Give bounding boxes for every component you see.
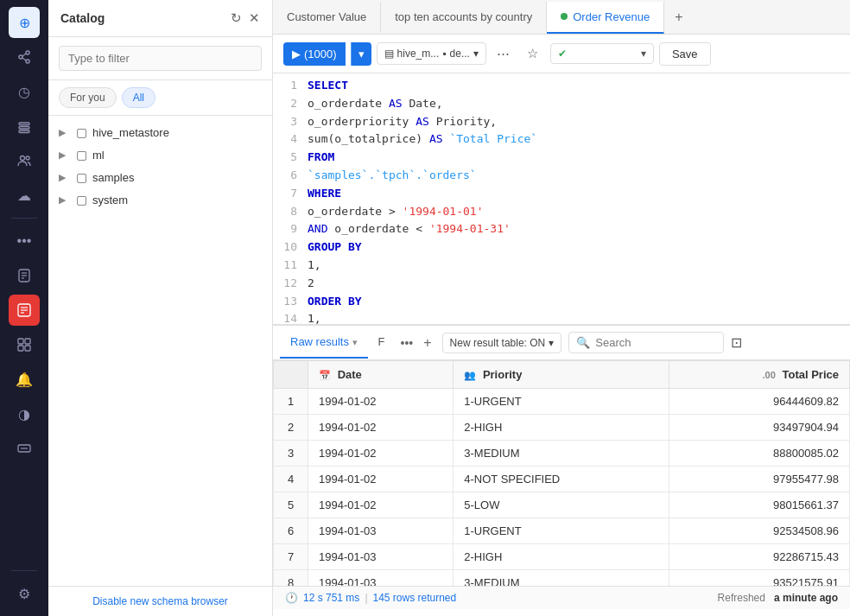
- run-icon: ▶: [292, 48, 301, 60]
- home-icon[interactable]: ⊕: [9, 7, 40, 38]
- code-line-6: 6 `samples`.`tpch`.`orders`: [273, 167, 850, 185]
- code-line-9: 9 AND o_orderdate < '1994-01-31': [273, 220, 850, 238]
- code-editor[interactable]: 1SELECT 2 o_orderdate AS Date, 3 o_order…: [273, 73, 850, 324]
- col-header-priority[interactable]: 👥 Priority: [454, 361, 669, 389]
- filter-input[interactable]: [59, 46, 262, 71]
- tab-order-revenue[interactable]: Order Revenue: [547, 2, 664, 34]
- results-tab-f[interactable]: F: [368, 327, 396, 359]
- settings-icon[interactable]: ⚙: [9, 578, 40, 609]
- tab-all[interactable]: All: [122, 87, 155, 108]
- run-dropdown-button[interactable]: ▾: [351, 42, 371, 66]
- tab-customer-value[interactable]: Customer Value: [273, 2, 381, 32]
- cell-priority: 2-HIGH: [454, 544, 669, 570]
- row-num-cell: 3: [274, 441, 308, 467]
- tree-item-system[interactable]: ▶ ▢ system: [48, 188, 272, 211]
- cloud-icon[interactable]: ☁: [9, 180, 40, 211]
- status-ok-icon: ✔: [558, 48, 567, 60]
- row-num-cell: 6: [274, 518, 308, 544]
- results-search-input[interactable]: [595, 336, 707, 349]
- code-line-13: 13ORDER BY: [273, 293, 850, 311]
- code-line-3: 3 o_orderpriority AS Priority,: [273, 113, 850, 131]
- tab-top-ten-accounts[interactable]: top ten accounts by country: [381, 2, 547, 32]
- tree-item-ml[interactable]: ▶ ▢ ml: [48, 143, 272, 166]
- status-selector[interactable]: ✔ ▾: [550, 43, 654, 64]
- dashboard-icon[interactable]: [9, 329, 40, 360]
- chevron-right-icon: ▶: [59, 127, 71, 138]
- refresh-icon[interactable]: ↻: [231, 10, 242, 26]
- new-result-label: New result table: ON: [450, 337, 546, 349]
- table-row: 8 1994-01-03 3-MEDIUM 93521575.91: [274, 570, 850, 587]
- bookmark-icon[interactable]: ☆: [521, 41, 545, 66]
- alert-icon[interactable]: 🔔: [9, 364, 40, 395]
- code-line-11: 11 1,: [273, 257, 850, 275]
- svg-line-4: [22, 58, 26, 60]
- status-time: 12 s 751 ms: [303, 592, 359, 604]
- tree-item-label: system: [92, 194, 128, 206]
- add-tab-button[interactable]: +: [664, 3, 693, 32]
- sidebar-filter: [48, 37, 272, 80]
- graph-icon[interactable]: [9, 41, 40, 73]
- cell-date: 1994-01-03: [308, 570, 454, 587]
- tree-item-samples[interactable]: ▶ ▢ samples: [48, 166, 272, 188]
- main-content: Customer Value top ten accounts by count…: [273, 0, 850, 616]
- results-search-box: 🔍: [568, 332, 724, 353]
- results-area: Raw results ▾ F ••• + New result table: …: [273, 324, 850, 609]
- more-tabs-icon[interactable]: •••: [396, 329, 419, 357]
- code-line-10: 10GROUP BY: [273, 238, 850, 257]
- code-line-2: 2 o_orderdate AS Date,: [273, 95, 850, 113]
- row-num-cell: 8: [274, 570, 308, 587]
- col-header-total-price[interactable]: .00 Total Price: [669, 361, 850, 389]
- cell-date: 1994-01-03: [308, 544, 454, 570]
- table-row: 3 1994-01-02 3-MEDIUM 88800085.02: [274, 441, 850, 467]
- row-num-cell: 4: [274, 467, 308, 492]
- report-icon[interactable]: [9, 260, 40, 291]
- status-chevron-icon: ▾: [641, 48, 646, 60]
- run-button[interactable]: ▶ (1000): [283, 42, 346, 66]
- expand-results-icon[interactable]: ⊡: [731, 334, 742, 351]
- status-refreshed-label: Refreshed: [718, 592, 765, 604]
- svg-rect-7: [19, 130, 29, 133]
- schema-chevron-icon: ▾: [473, 48, 479, 60]
- cell-total-price: 88800085.02: [669, 441, 850, 467]
- dots-icon[interactable]: •••: [9, 225, 40, 257]
- close-icon[interactable]: ✕: [249, 10, 260, 26]
- results-tab-chevron: ▾: [352, 337, 358, 347]
- db-selector[interactable]: ▤ hive_m... ▪ de... ▾: [377, 42, 486, 65]
- results-toolbar: Raw results ▾ F ••• + New result table: …: [273, 326, 850, 360]
- cell-priority: 1-URGENT: [454, 389, 669, 415]
- more-options-icon[interactable]: ⋯: [492, 41, 516, 66]
- code-line-7: 7WHERE: [273, 185, 850, 203]
- editor-icon[interactable]: [9, 295, 40, 326]
- cell-priority: 2-HIGH: [454, 415, 669, 441]
- cell-total-price: 92534508.96: [669, 518, 850, 544]
- svg-point-0: [19, 55, 22, 59]
- tab-status-dot: [561, 13, 568, 20]
- new-result-table-select[interactable]: New result table: ON ▾: [442, 333, 562, 353]
- col-priority-label: Priority: [483, 368, 523, 381]
- icon-bar: ⊕ ◷ ☁ ••• 🔔 ◑ ⚙: [0, 0, 48, 616]
- cell-total-price: 93521575.91: [669, 570, 850, 587]
- cell-priority: 4-NOT SPECIFIED: [454, 467, 669, 492]
- people-icon[interactable]: [9, 145, 40, 176]
- layers-icon[interactable]: [9, 111, 40, 142]
- status-left: 🕐 12 s 751 ms | 145 rows returned: [285, 592, 456, 604]
- save-button[interactable]: Save: [659, 42, 711, 66]
- col-header-date[interactable]: 📅 Date: [308, 361, 454, 389]
- icon-divider-1: [11, 218, 37, 219]
- tree-item-hive-metastore[interactable]: ▶ ▢ hive_metastore: [48, 121, 272, 143]
- sidebar-footer-link[interactable]: Disable new schema browser: [48, 586, 272, 616]
- data-table-container[interactable]: 📅 Date 👥 Priority .00 Total Price: [273, 360, 850, 586]
- add-results-tab-button[interactable]: +: [418, 328, 436, 358]
- cell-total-price: 92286715.43: [669, 544, 850, 570]
- svg-rect-18: [18, 339, 23, 344]
- svg-rect-20: [18, 346, 23, 351]
- db-icon: ▤: [384, 48, 394, 60]
- results-tab-raw[interactable]: Raw results ▾: [280, 327, 368, 359]
- sidebar-tree: ▶ ▢ hive_metastore ▶ ▢ ml ▶ ▢ samples ▶ …: [48, 116, 272, 586]
- compute-icon[interactable]: [9, 433, 40, 464]
- cell-priority: 3-MEDIUM: [454, 441, 669, 467]
- svg-point-1: [26, 51, 29, 54]
- tab-for-you[interactable]: For you: [59, 87, 117, 108]
- history-icon[interactable]: ◑: [9, 398, 40, 429]
- clock-icon[interactable]: ◷: [9, 76, 40, 107]
